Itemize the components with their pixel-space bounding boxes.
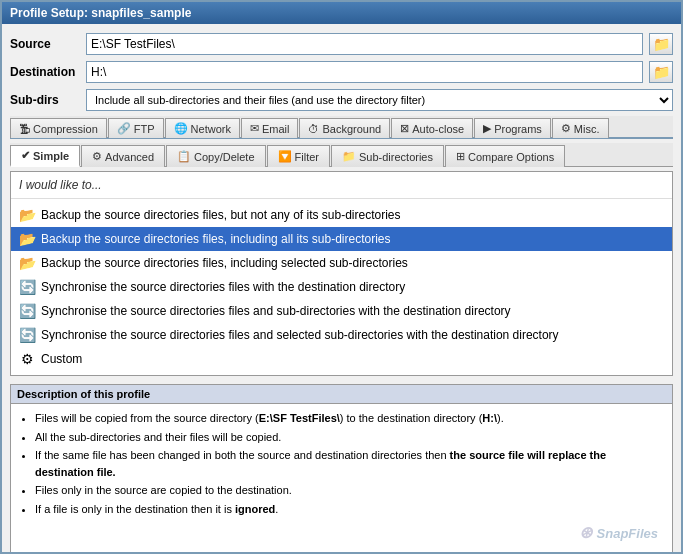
advanced-icon: ⚙: [92, 150, 102, 163]
folder-icon2: 📁: [653, 64, 670, 80]
tab-email[interactable]: ✉ Email: [241, 118, 299, 138]
desc-bullet-4: Files only in the source are copied to t…: [35, 482, 664, 499]
simple-icon: ✔: [21, 149, 30, 162]
folder-icon: 📁: [653, 36, 670, 52]
option-icon-2: 📂: [19, 255, 35, 271]
main-window: Profile Setup: snapfiles_sample Source 📁…: [0, 0, 683, 554]
content-area: Source 📁 Destination 📁 Sub-dirs Include …: [2, 24, 681, 554]
copy-delete-icon: 📋: [177, 150, 191, 163]
option-icon-0: 📂: [19, 207, 35, 223]
option-item[interactable]: 📂 Backup the source directories files, i…: [11, 251, 672, 275]
subdirs-select[interactable]: Include all sub-directories and their fi…: [86, 89, 673, 111]
tab-ftp[interactable]: 🔗 FTP: [108, 118, 164, 138]
description-content: Files will be copied from the source dir…: [11, 404, 672, 553]
tab-programs[interactable]: ▶ Programs: [474, 118, 551, 138]
option-item[interactable]: 🔄 Synchronise the source directories fil…: [11, 275, 672, 299]
tab-network[interactable]: 🌐 Network: [165, 118, 240, 138]
tab-compare-options[interactable]: ⊞ Compare Options: [445, 145, 565, 167]
tab-advanced[interactable]: ⚙ Advanced: [81, 145, 165, 167]
tab-bar-primary: 🗜 Compression 🔗 FTP 🌐 Network ✉ Email ⏱ …: [10, 116, 673, 139]
description-panel: Description of this profile Files will b…: [10, 384, 673, 554]
desc-bullet-5: If a file is only in the destination the…: [35, 501, 664, 518]
option-icon-6: ⚙: [19, 351, 35, 367]
panel-header: I would like to...: [11, 172, 672, 199]
network-icon: 🌐: [174, 122, 188, 135]
desc-bullet-2: All the sub-directories and their files …: [35, 429, 664, 446]
option-icon-3: 🔄: [19, 279, 35, 295]
destination-label: Destination: [10, 65, 80, 79]
tab-background[interactable]: ⏱ Background: [299, 118, 390, 138]
autoclose-icon: ⊠: [400, 122, 409, 135]
option-item[interactable]: 🔄 Synchronise the source directories fil…: [11, 299, 672, 323]
programs-icon: ▶: [483, 122, 491, 135]
background-icon: ⏱: [308, 123, 319, 135]
option-item-custom[interactable]: ⚙ Custom: [11, 347, 672, 371]
subdirs-label: Sub-dirs: [10, 93, 80, 107]
destination-row: Destination 📁: [10, 60, 673, 84]
option-icon-1: 📂: [19, 231, 35, 247]
subdirectories-icon: 📁: [342, 150, 356, 163]
tab-copy-delete[interactable]: 📋 Copy/Delete: [166, 145, 266, 167]
subdirs-row: Sub-dirs Include all sub-directories and…: [10, 88, 673, 112]
main-panel: I would like to... 📂 Backup the source d…: [10, 171, 673, 376]
ftp-icon: 🔗: [117, 122, 131, 135]
misc-icon: ⚙: [561, 122, 571, 135]
compare-options-icon: ⊞: [456, 150, 465, 163]
source-folder-button[interactable]: 📁: [649, 33, 673, 55]
tab-filter[interactable]: 🔽 Filter: [267, 145, 330, 167]
compression-icon: 🗜: [19, 123, 30, 135]
tab-compression[interactable]: 🗜 Compression: [10, 118, 107, 138]
option-icon-4: 🔄: [19, 303, 35, 319]
option-item-selected[interactable]: 📂 Backup the source directories files, i…: [11, 227, 672, 251]
snapfiles-logo-icon: ⊛: [579, 524, 592, 541]
source-input[interactable]: [86, 33, 643, 55]
option-icon-5: 🔄: [19, 327, 35, 343]
snapfiles-watermark: ⊛ SnapFiles: [19, 519, 664, 547]
desc-bullet-1: Files will be copied from the source dir…: [35, 410, 664, 427]
description-header: Description of this profile: [11, 385, 672, 404]
option-item[interactable]: 🔄 Synchronise the source directories fil…: [11, 323, 672, 347]
tab-subdirectories[interactable]: 📁 Sub-directories: [331, 145, 444, 167]
destination-input[interactable]: [86, 61, 643, 83]
tab-misc[interactable]: ⚙ Misc.: [552, 118, 609, 138]
tab-bar-secondary: ✔ Simple ⚙ Advanced 📋 Copy/Delete 🔽 Filt…: [10, 143, 673, 167]
source-label: Source: [10, 37, 80, 51]
window-title: Profile Setup: snapfiles_sample: [10, 6, 191, 20]
filter-icon: 🔽: [278, 150, 292, 163]
options-list: 📂 Backup the source directories files, b…: [11, 199, 672, 375]
title-bar: Profile Setup: snapfiles_sample: [2, 2, 681, 24]
tab-autoclose[interactable]: ⊠ Auto-close: [391, 118, 473, 138]
source-row: Source 📁: [10, 32, 673, 56]
destination-folder-button[interactable]: 📁: [649, 61, 673, 83]
tab-simple[interactable]: ✔ Simple: [10, 145, 80, 167]
option-item[interactable]: 📂 Backup the source directories files, b…: [11, 203, 672, 227]
email-icon: ✉: [250, 122, 259, 135]
desc-bullet-3: If the same file has been changed in bot…: [35, 447, 664, 480]
